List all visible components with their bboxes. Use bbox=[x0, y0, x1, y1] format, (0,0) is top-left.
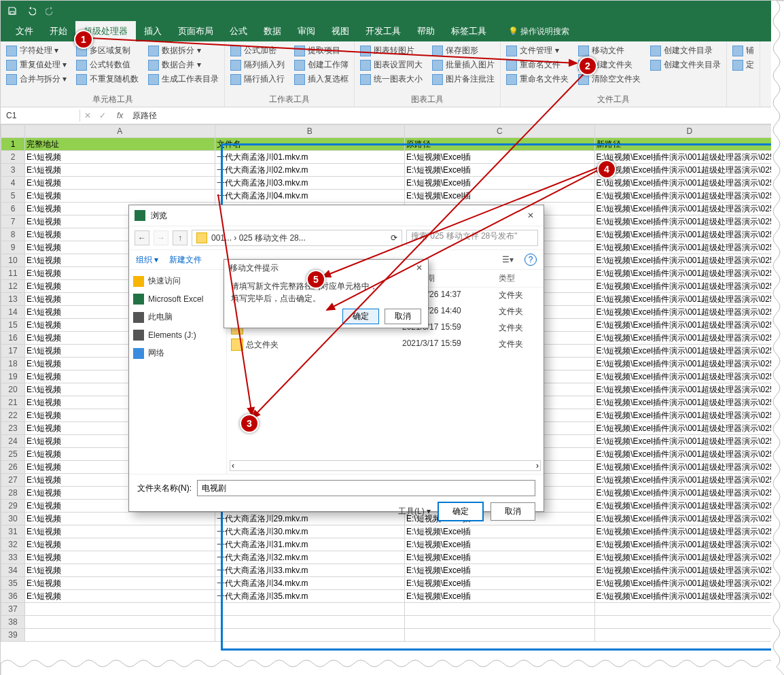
row-header[interactable]: 19 bbox=[1, 370, 25, 383]
h-scrollbar[interactable]: ‹› bbox=[230, 460, 541, 471]
cell[interactable]: 一代大商孟洛川35.mkv.m bbox=[215, 590, 405, 603]
row-header[interactable]: 15 bbox=[1, 319, 25, 332]
save-icon[interactable] bbox=[6, 5, 18, 17]
col-header[interactable]: D bbox=[594, 125, 784, 138]
msg-ok-button[interactable]: 确定 bbox=[342, 309, 379, 324]
ribbon-cmd[interactable]: 图片备注批注 bbox=[431, 73, 496, 86]
cell[interactable]: E:\短视频\Excel插 bbox=[405, 525, 595, 538]
row-header[interactable]: 6 bbox=[1, 203, 25, 215]
cell[interactable] bbox=[215, 616, 405, 629]
cell[interactable]: E:\短视频 bbox=[25, 538, 215, 551]
cell[interactable]: E:\短视频 bbox=[25, 525, 215, 538]
cell[interactable]: E:\短视频\Excel插件演示\001超级处理器演示\025 移动文件 28号… bbox=[594, 409, 784, 422]
cell[interactable]: E:\短视频\Excel插 bbox=[405, 177, 595, 190]
row-header[interactable]: 23 bbox=[1, 422, 25, 435]
row-header[interactable]: 14 bbox=[1, 306, 25, 319]
cell[interactable]: 一代大商孟洛川30.mkv.m bbox=[215, 525, 405, 538]
cell[interactable]: 一代大商孟洛川34.mkv.m bbox=[215, 577, 405, 590]
ribbon-cmd[interactable]: 公式转数值 bbox=[75, 58, 140, 71]
cell[interactable]: E:\短视频\Excel插件演示\001超级处理器演示\025 移动文件 28号… bbox=[594, 538, 784, 551]
row-header[interactable]: 1 bbox=[1, 138, 25, 151]
row-header[interactable]: 35 bbox=[1, 577, 25, 590]
cell[interactable] bbox=[25, 629, 215, 642]
cell[interactable]: E:\短视频\Excel插件演示\001超级处理器演示\025 移动文件 28号… bbox=[594, 577, 784, 590]
row-header[interactable]: 21 bbox=[1, 396, 25, 409]
cell[interactable]: E:\短视频\Excel插 bbox=[405, 551, 595, 564]
cell[interactable]: E:\短视频\Excel插件演示\001超级处理器演示\025 移动文件 28号… bbox=[594, 267, 784, 280]
row-header[interactable]: 36 bbox=[1, 590, 25, 603]
cell[interactable]: E:\短视频\Excel插 bbox=[405, 190, 595, 203]
cell[interactable]: E:\短视频\Excel插件演示\001超级处理器演示\025 移动文件 28号… bbox=[594, 396, 784, 409]
cell[interactable]: E:\短视频\Excel插 bbox=[405, 590, 595, 603]
cell[interactable]: E:\短视频\Excel插件演示\001超级处理器演示\025 移动文件 28号… bbox=[594, 215, 784, 228]
organize-button[interactable]: 组织 ▾ bbox=[136, 254, 158, 266]
cell[interactable]: E:\短视频\Excel插 bbox=[405, 564, 595, 577]
cell[interactable]: E:\短视频\Excel插件演示\001超级处理器演示\025 移动文件 28号… bbox=[594, 345, 784, 358]
row-header[interactable]: 16 bbox=[1, 332, 25, 345]
ribbon-cmd[interactable]: 字符处理 ▾ bbox=[5, 44, 68, 57]
tab-8[interactable]: 视图 bbox=[323, 21, 357, 41]
cell[interactable]: E:\短视频\Excel插件演示\001超级处理器演示\025 移动文件 28号… bbox=[594, 177, 784, 190]
ribbon-cmd[interactable]: 合并与拆分 ▾ bbox=[5, 73, 68, 86]
ribbon-cmd[interactable]: 隔列插入列 bbox=[229, 58, 286, 71]
col-header[interactable]: C bbox=[405, 125, 595, 138]
sidebar-item[interactable]: 快速访问 bbox=[133, 275, 222, 287]
ribbon-cmd[interactable]: 图表设置同大 bbox=[359, 58, 424, 71]
row-header[interactable]: 12 bbox=[1, 280, 25, 293]
cell[interactable]: E:\短视频\Excel插件演示\001超级处理器演示\025 移动文件 28号… bbox=[594, 280, 784, 293]
cell[interactable]: E:\短视频 bbox=[25, 190, 215, 203]
row-header[interactable]: 10 bbox=[1, 254, 25, 267]
cell[interactable]: E:\短视频\Excel插件演示\001超级处理器演示\025 移动文件 28号… bbox=[594, 551, 784, 564]
cell[interactable]: E:\短视频\Excel插件演示\001超级处理器演示\025 移动文件 28号… bbox=[594, 448, 784, 461]
tab-11[interactable]: 标签工具 bbox=[443, 21, 495, 41]
row-header[interactable]: 25 bbox=[1, 448, 25, 461]
row-header[interactable]: 24 bbox=[1, 435, 25, 448]
browse-search[interactable]: 搜索"025 移动文件 28号发布" bbox=[406, 230, 538, 246]
ribbon-cmd[interactable]: 定 bbox=[731, 58, 755, 71]
row-header[interactable]: 22 bbox=[1, 409, 25, 422]
row-header[interactable]: 38 bbox=[1, 616, 25, 629]
cell[interactable]: E:\短视频 bbox=[25, 164, 215, 177]
view-icon[interactable]: ☰▾ bbox=[502, 255, 514, 264]
row-header[interactable]: 26 bbox=[1, 461, 25, 474]
tab-0[interactable]: 文件 bbox=[7, 21, 41, 41]
cell[interactable] bbox=[594, 603, 784, 616]
ribbon-cmd[interactable]: 统一图表大小 bbox=[359, 73, 424, 86]
browse-ok-button[interactable]: 确定 bbox=[438, 502, 484, 521]
ribbon-cmd[interactable]: 隔行插入行 bbox=[229, 73, 286, 86]
row-header[interactable]: 30 bbox=[1, 513, 25, 525]
cancel-fx-icon[interactable]: ✕ bbox=[80, 111, 95, 120]
fx-icon[interactable]: fx bbox=[110, 111, 130, 120]
sidebar-item[interactable]: Elements (J:) bbox=[133, 330, 222, 341]
row-header[interactable]: 8 bbox=[1, 228, 25, 241]
close-icon[interactable]: ✕ bbox=[416, 263, 423, 273]
tab-6[interactable]: 数据 bbox=[255, 21, 289, 41]
cell[interactable]: E:\短视频 bbox=[25, 590, 215, 603]
row-header[interactable]: 17 bbox=[1, 345, 25, 358]
cell[interactable]: E:\短视频\Excel插件演示\001超级处理器演示\025 移动文件 28号… bbox=[594, 435, 784, 448]
forward-icon[interactable]: → bbox=[154, 230, 168, 245]
row-header[interactable]: 37 bbox=[1, 603, 25, 616]
cell[interactable] bbox=[594, 616, 784, 629]
ribbon-cmd[interactable]: 图表转图片 bbox=[359, 44, 424, 57]
row-header[interactable]: 3 bbox=[1, 164, 25, 177]
row-header[interactable]: 11 bbox=[1, 267, 25, 280]
cell[interactable]: E:\短视频\Excel插 bbox=[405, 577, 595, 590]
cell[interactable]: 文件名 bbox=[215, 138, 405, 151]
cell[interactable]: E:\短视频\Excel插件演示\001超级处理器演示\025 移动文件 28号… bbox=[594, 228, 784, 241]
cell[interactable]: E:\短视频\Excel插件演示\001超级处理器演示\025 移动文件 28号… bbox=[594, 422, 784, 435]
ribbon-cmd[interactable]: 创建工作簿 bbox=[293, 58, 350, 71]
cell[interactable]: E:\短视频\Excel插件演示\001超级处理器演示\025 移动文件 28号… bbox=[594, 474, 784, 487]
row-header[interactable]: 28 bbox=[1, 487, 25, 500]
cell[interactable]: 一代大商孟洛川33.mkv.m bbox=[215, 564, 405, 577]
file-row[interactable]: 总文件夹2021/3/17 15:59文件夹 bbox=[227, 336, 544, 353]
cell[interactable]: E:\短视频\Excel插件演示\001超级处理器演示\025 移动文件 28号… bbox=[594, 500, 784, 513]
cell[interactable]: E:\短视频\Excel插件演示\001超级处理器演示\025 移动文件 28号… bbox=[594, 564, 784, 577]
cell[interactable] bbox=[405, 629, 595, 642]
row-header[interactable]: 20 bbox=[1, 383, 25, 396]
ribbon-cmd[interactable]: 生成工作表目录 bbox=[147, 73, 220, 86]
ribbon-cmd[interactable]: 移动文件 bbox=[577, 44, 642, 57]
tab-9[interactable]: 开发工具 bbox=[357, 21, 409, 41]
col-header[interactable]: A bbox=[25, 125, 215, 138]
ribbon-cmd[interactable]: 重复值处理 ▾ bbox=[5, 58, 68, 71]
